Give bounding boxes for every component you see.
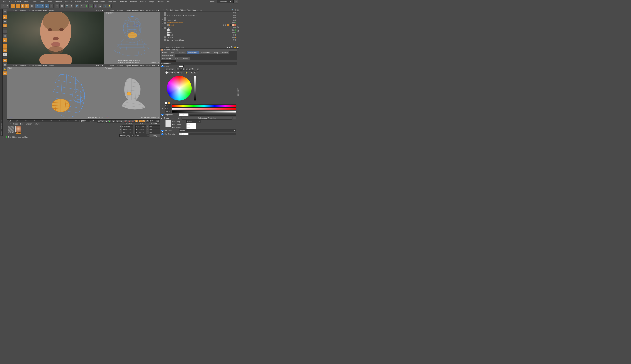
- redo-icon[interactable]: ↷: [5, 4, 10, 8]
- colormode3-icon[interactable]: ▦: [171, 68, 174, 71]
- prev-frame-icon[interactable]: ◀: [105, 120, 108, 122]
- tree-item[interactable]: -infinite realities head: [160, 21, 237, 24]
- render-settings-icon[interactable]: ⚙: [69, 4, 73, 8]
- brightness-input[interactable]: [179, 113, 188, 116]
- vp-cameras[interactable]: Cameras: [116, 64, 123, 66]
- objpanel-objects[interactable]: Objects: [180, 9, 186, 11]
- tree-item[interactable]: Head: [160, 24, 237, 26]
- vp-nav2-icon[interactable]: ⊕: [98, 9, 99, 11]
- visibility-dots[interactable]: [233, 14, 236, 16]
- colormode2-icon[interactable]: ▤: [168, 68, 171, 71]
- objpanel-tags[interactable]: Tags: [187, 9, 191, 11]
- coord-object-mode[interactable]: Object (Rel)▾: [119, 134, 134, 137]
- pos-input[interactable]: [122, 125, 133, 128]
- s-input[interactable]: [165, 107, 171, 110]
- attributes-tab[interactable]: Attributes: [237, 48, 239, 136]
- vp-view[interactable]: View: [13, 9, 17, 11]
- vp-filter[interactable]: Filter: [43, 9, 47, 11]
- menu-mesh[interactable]: Mesh: [38, 0, 46, 2]
- tweak-icon[interactable]: S: [3, 52, 7, 56]
- move-tool-icon[interactable]: ✥: [16, 4, 20, 8]
- objects-tab[interactable]: Objects: [237, 12, 239, 46]
- nav-back-icon[interactable]: ◀: [227, 46, 228, 48]
- tab-color[interactable]: Color: [168, 51, 176, 54]
- tab-editor[interactable]: Editor: [173, 57, 181, 60]
- v-input[interactable]: [165, 110, 171, 113]
- menu-plugins[interactable]: Plugins: [138, 0, 147, 2]
- grip-icon[interactable]: ⋮⋮: [8, 123, 12, 125]
- menu-edit[interactable]: Edit: [7, 0, 14, 2]
- menu-pipeline[interactable]: Pipeline: [128, 0, 138, 2]
- tree-item[interactable]: Back: [160, 34, 237, 36]
- tab-luminance[interactable]: Luminance: [187, 51, 199, 54]
- cube-primitive-icon[interactable]: ◧: [75, 4, 79, 8]
- point-mode-icon[interactable]: ∴: [3, 30, 7, 34]
- visibility-dots[interactable]: [232, 30, 236, 31]
- bluroffset-input[interactable]: [186, 123, 196, 126]
- menu-simulate[interactable]: Simulate: [63, 0, 74, 2]
- swatches-icon[interactable]: ▦: [188, 68, 191, 71]
- visibility-dots[interactable]: [233, 17, 236, 18]
- new-icon[interactable]: ▣: [237, 46, 239, 48]
- mat-texture[interactable]: Texture: [34, 123, 40, 125]
- workplane2-icon[interactable]: ▦: [3, 63, 7, 67]
- objpanel-bookmarks[interactable]: Bookmarks: [192, 9, 201, 11]
- vp-display[interactable]: Display: [125, 64, 131, 66]
- add-swatch-icon[interactable]: +: [191, 71, 193, 74]
- rot-input[interactable]: [149, 128, 160, 131]
- color-radio[interactable]: [161, 65, 163, 67]
- tree-item[interactable]: +Lashes Hair: [160, 19, 237, 21]
- texture-preview[interactable]: [161, 60, 176, 62]
- material-item[interactable]: sssskin: [15, 126, 22, 137]
- visibility-dots[interactable]: [232, 37, 236, 38]
- axis-mode-icon[interactable]: ⊹: [3, 44, 7, 48]
- grip-icon[interactable]: ⋮⋮: [8, 9, 12, 11]
- viewport-top-right[interactable]: ⋮⋮ View Cameras Display Options Filter P…: [104, 9, 160, 64]
- rot-input[interactable]: [149, 131, 160, 134]
- tree-item[interactable]: ----------------------------------------…: [160, 12, 237, 14]
- vp-filter[interactable]: Filter: [43, 64, 47, 66]
- layout-dropdown[interactable]: Standard▾: [217, 0, 234, 3]
- key-scale-icon[interactable]: ◧: [138, 120, 142, 122]
- model-mode-icon[interactable]: ◧: [3, 15, 7, 19]
- filter-icon[interactable]: ▤: [237, 9, 239, 11]
- vp-nav1-icon[interactable]: ✥: [96, 9, 98, 11]
- tag-icon[interactable]: [234, 24, 236, 26]
- deformer-icon[interactable]: ◈: [93, 4, 98, 8]
- vp-nav4-icon[interactable]: ▣: [158, 64, 159, 66]
- camera-icon[interactable]: 📹: [103, 4, 107, 8]
- coord-system-icon[interactable]: ⌖: [49, 4, 54, 8]
- vp-panel[interactable]: Panel: [49, 9, 54, 11]
- hue-slider[interactable]: [172, 104, 236, 107]
- harmony3-icon[interactable]: ◑: [171, 71, 174, 74]
- vp-view[interactable]: View: [110, 64, 114, 66]
- brightness-radio[interactable]: [161, 114, 163, 116]
- z-axis-lock-icon[interactable]: Z: [45, 4, 49, 8]
- visibility-dots[interactable]: [233, 12, 236, 14]
- eye-icon[interactable]: 👁: [235, 9, 236, 11]
- size-input[interactable]: [135, 125, 146, 128]
- menu-animate[interactable]: Animate: [54, 0, 63, 2]
- vp-view[interactable]: View: [110, 9, 114, 11]
- attr-mode[interactable]: Mode: [166, 46, 171, 48]
- select-tool-icon[interactable]: ↖: [11, 4, 16, 8]
- objpanel-view[interactable]: View: [175, 9, 179, 11]
- vp-cameras[interactable]: Cameras: [19, 9, 26, 11]
- visibility-dots[interactable]: [232, 32, 236, 33]
- grip-icon[interactable]: ⋮⋮: [8, 64, 12, 66]
- grip-icon[interactable]: ⋮⋮: [119, 122, 123, 125]
- attr-userdata[interactable]: User Data: [176, 46, 184, 48]
- sampling-dropdown[interactable]: None▾: [186, 120, 201, 123]
- sat-slider[interactable]: [172, 108, 236, 110]
- goto-end-icon[interactable]: ⏭: [119, 120, 122, 122]
- menu-render[interactable]: Render: [74, 0, 83, 2]
- tree-item[interactable]: Camera Focus Object: [160, 38, 237, 41]
- mat-edit[interactable]: Edit: [20, 123, 23, 125]
- vp-nav3-icon[interactable]: ◎: [100, 9, 101, 11]
- picture-icon[interactable]: 🖼: [191, 68, 194, 71]
- menu-window[interactable]: Window: [155, 0, 165, 2]
- mixstrength-radio[interactable]: [161, 133, 163, 135]
- harmony2-icon[interactable]: ◐: [168, 71, 171, 74]
- snap-icon[interactable]: ⬢: [3, 58, 7, 62]
- mixmode-dropdown[interactable]: Normal▾: [179, 129, 236, 132]
